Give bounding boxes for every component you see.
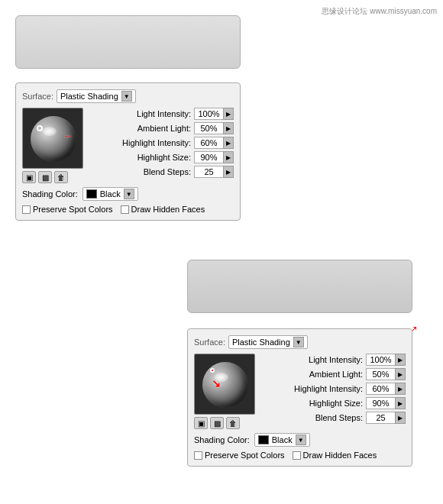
highlight-intensity-row-top: Highlight Intensity: 60% ▶	[94, 137, 234, 149]
light-intensity-row-bottom: Light Intensity: 100% ▶	[266, 354, 406, 366]
blend-steps-arrow-bottom[interactable]: ▶	[395, 412, 406, 424]
color-value-top: Black	[100, 189, 121, 199]
light-intensity-box-bottom[interactable]: 100%	[366, 354, 395, 366]
panel-header-bottom: Surface: Plastic Shading ▼	[194, 335, 406, 349]
blend-steps-arrow-top[interactable]: ▶	[223, 166, 234, 178]
ambient-light-box-bottom[interactable]: 50%	[366, 368, 395, 380]
blend-steps-box-top[interactable]: 25	[194, 166, 223, 178]
preserve-spot-box-bottom[interactable]	[194, 451, 202, 460]
blend-steps-label-top: Blend Steps:	[144, 167, 191, 176]
surface-dropdown-top[interactable]: Plastic Shading ▼	[57, 89, 136, 103]
preserve-spot-checkbox-top[interactable]: Preserve Spot Colors	[22, 205, 113, 214]
sphere-canvas-bottom: ↘	[194, 354, 255, 415]
draw-hidden-label-bottom: Draw Hidden Faces	[303, 451, 377, 460]
draw-hidden-checkbox-top[interactable]: Draw Hidden Faces	[121, 205, 205, 214]
color-value-bottom: Black	[272, 435, 293, 444]
color-dropdown-arrow-bottom[interactable]: ▼	[296, 435, 306, 445]
surface-dropdown-bottom[interactable]: Plastic Shading ▼	[228, 335, 308, 349]
surface-value-top: Plastic Shading	[60, 92, 118, 101]
highlight-size-row-bottom: Highlight Size: 90% ▶	[266, 397, 406, 409]
color-select-top[interactable]: Black ▼	[82, 187, 138, 201]
checkboxes-row-bottom: Preserve Spot Colors Draw Hidden Faces	[194, 451, 406, 460]
highlight-size-label-top: Highlight Size:	[137, 153, 191, 162]
highlight-intensity-arrow-top[interactable]: ▶	[223, 137, 234, 149]
shading-color-label-bottom: Shading Color:	[194, 435, 250, 444]
light-intensity-label-top: Light Intensity:	[137, 109, 191, 118]
draw-hidden-box-top[interactable]	[121, 205, 129, 214]
panel-body-bottom: ↘ ▣ ▩ 🗑 Light Intensity: 100% ▶ Ambient …	[194, 354, 406, 429]
ambient-light-value-top: 50% ▶	[194, 122, 234, 134]
panel-top: Surface: Plastic Shading ▼ ← ▣ ▩ 🗑	[15, 82, 241, 221]
surface-dropdown-arrow-bottom[interactable]: ▼	[293, 337, 304, 347]
panel-header-top: Surface: Plastic Shading ▼	[22, 89, 234, 103]
highlight-intensity-arrow-bottom[interactable]: ▶	[395, 383, 406, 395]
highlight-size-value-top: 90% ▶	[194, 151, 234, 163]
preview-box-bottom	[187, 260, 412, 313]
sphere-btn-2-top[interactable]: ▩	[38, 171, 52, 183]
surface-dropdown-arrow-top[interactable]: ▼	[121, 91, 132, 102]
blend-steps-value-top: 25 ▶	[194, 166, 234, 178]
shading-color-label-top: Shading Color:	[22, 189, 78, 199]
highlight-size-box-top[interactable]: 90%	[194, 151, 223, 163]
preserve-spot-label-bottom: Preserve Spot Colors	[205, 451, 285, 460]
color-swatch-bottom	[258, 435, 269, 444]
draw-hidden-box-bottom[interactable]	[293, 451, 301, 460]
watermark: 思缘设计论坛 www.missyuan.com	[322, 6, 437, 17]
preserve-spot-box-top[interactable]	[22, 205, 31, 214]
sphere-arrow-top: ←	[63, 130, 73, 142]
panel-bottom: Surface: Plastic Shading ▼ Default ↘ ▣ ▩…	[187, 328, 412, 467]
ambient-light-row-top: Ambient Light: 50% ▶	[94, 122, 234, 134]
blend-steps-row-bottom: Blend Steps: 25 ▶	[266, 412, 406, 424]
highlight-intensity-value-top: 60% ▶	[194, 137, 234, 149]
highlight-intensity-box-top[interactable]: 60%	[194, 137, 223, 149]
surface-value-bottom: Plastic Shading	[232, 338, 290, 347]
highlight-intensity-row-bottom: Highlight Intensity: 60% ▶	[266, 383, 406, 395]
sphere-btn-1-bottom[interactable]: ▣	[194, 417, 208, 429]
blend-steps-value-bottom: 25 ▶	[366, 412, 406, 424]
blend-steps-box-bottom[interactable]: 25	[366, 412, 395, 424]
light-intensity-arrow-top[interactable]: ▶	[223, 108, 234, 120]
settings-dot-top	[37, 125, 43, 131]
highlight-intensity-box-bottom[interactable]: 60%	[366, 383, 395, 395]
highlight-size-arrow-bottom[interactable]: ▶	[395, 397, 406, 409]
sphere-btn-2-bottom[interactable]: ▩	[210, 417, 224, 429]
ambient-light-row-bottom: Ambient Light: 50% ▶	[266, 368, 406, 380]
light-intensity-label-bottom: Light Intensity:	[309, 355, 363, 364]
preserve-spot-checkbox-bottom[interactable]: Preserve Spot Colors	[194, 451, 285, 460]
ambient-light-arrow-top[interactable]: ▶	[223, 122, 234, 134]
highlight-size-box-bottom[interactable]: 90%	[366, 397, 395, 409]
sphere-controls-top: ▣ ▩ 🗑	[22, 171, 89, 183]
ambient-light-box-top[interactable]: 50%	[194, 122, 223, 134]
highlight-intensity-label-bottom: Highlight Intensity:	[294, 384, 363, 393]
sphere-btn-3-top[interactable]: 🗑	[54, 171, 68, 183]
sphere-btn-3-bottom[interactable]: 🗑	[226, 417, 240, 429]
settings-panel-top: Light Intensity: 100% ▶ Ambient Light: 5…	[94, 108, 234, 183]
draw-hidden-label-top: Draw Hidden Faces	[131, 205, 205, 214]
blend-steps-label-bottom: Blend Steps:	[315, 413, 363, 422]
highlight-intensity-value-bottom: 60% ▶	[366, 383, 406, 395]
shading-row-bottom: Shading Color: Black ▼	[194, 433, 406, 447]
color-swatch-top	[86, 189, 97, 199]
highlight-size-label-bottom: Highlight Size:	[309, 399, 363, 408]
ambient-light-value-bottom: 50% ▶	[366, 368, 406, 380]
sphere-container-top: ← ▣ ▩ 🗑	[22, 108, 89, 183]
settings-dot-bottom	[210, 368, 215, 373]
sphere-container-bottom: ↘ ▣ ▩ 🗑	[194, 354, 261, 429]
highlight-size-row-top: Highlight Size: 90% ▶	[94, 151, 234, 163]
color-select-bottom[interactable]: Black ▼	[254, 433, 310, 447]
light-intensity-row-top: Light Intensity: 100% ▶	[94, 108, 234, 120]
color-dropdown-arrow-top[interactable]: ▼	[124, 189, 134, 199]
light-intensity-value-top: 100% ▶	[194, 108, 234, 120]
sphere-btn-1-top[interactable]: ▣	[22, 171, 36, 183]
surface-label-bottom: Surface:	[194, 338, 225, 347]
ambient-light-label-bottom: Ambient Light:	[309, 370, 363, 379]
light-intensity-arrow-bottom[interactable]: ▶	[395, 354, 406, 366]
sphere-bottom	[202, 362, 248, 408]
ambient-light-arrow-bottom[interactable]: ▶	[395, 368, 406, 380]
draw-hidden-checkbox-bottom[interactable]: Draw Hidden Faces	[293, 451, 377, 460]
highlight-size-value-bottom: 90% ▶	[366, 397, 406, 409]
ambient-light-label-top: Ambient Light:	[137, 124, 191, 133]
highlight-size-arrow-top[interactable]: ▶	[223, 151, 234, 163]
highlight-intensity-label-top: Highlight Intensity:	[122, 138, 191, 147]
light-intensity-box-top[interactable]: 100%	[194, 108, 223, 120]
